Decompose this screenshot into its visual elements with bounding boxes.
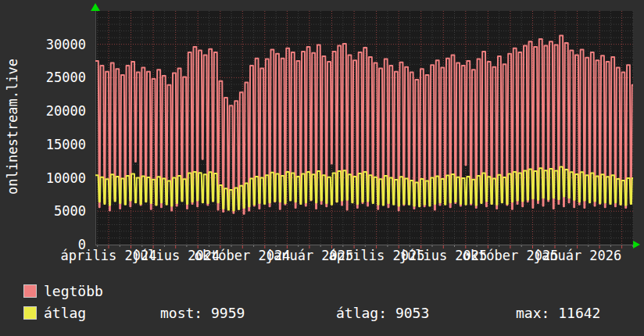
stat-most: most: 9959 <box>160 306 245 320</box>
stat-atlag-label: átlag: <box>336 305 387 321</box>
y-axis-label: 30000 <box>11 38 86 52</box>
stat-most-label: most: <box>160 305 202 321</box>
stat-atlag: átlag: 9053 <box>336 306 429 320</box>
x-axis-arrow-icon <box>633 241 640 248</box>
legend-label-legtobb: legtöbb <box>44 284 103 298</box>
plot-area <box>95 11 633 245</box>
y-axis-arrow-icon <box>91 3 100 11</box>
y-axis-label: 10000 <box>11 171 86 185</box>
stat-max: max: 11642 <box>516 306 600 320</box>
chart-canvas <box>95 11 633 250</box>
stat-atlag-value: 9053 <box>395 305 429 321</box>
y-axis-label: 20000 <box>11 104 86 118</box>
stat-most-value: 9959 <box>211 305 245 321</box>
y-axis-label: 25000 <box>11 70 86 84</box>
y-axis-label: 5000 <box>11 204 86 218</box>
legend-swatch-legtobb-icon <box>23 284 37 298</box>
legend-swatch-atlag-icon <box>23 306 37 320</box>
y-axis-label: 15000 <box>11 138 86 152</box>
rrd-graph-window: onlinestream.live 3000025000200001500010… <box>0 0 644 336</box>
stat-max-value: 11642 <box>558 305 600 321</box>
x-axis-label: január 2026 <box>534 248 622 263</box>
stat-max-label: max: <box>516 305 549 321</box>
legend-label-atlag: átlag <box>44 306 86 320</box>
